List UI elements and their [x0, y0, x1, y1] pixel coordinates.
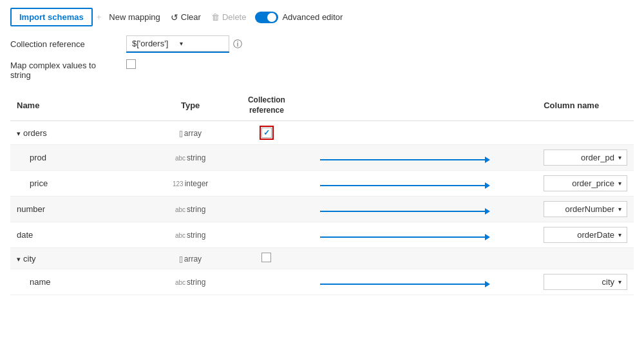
cell-column-name-number: orderNumber▾	[509, 197, 634, 222]
column-chevron-icon: ▾	[618, 206, 621, 213]
cell-ref-name	[232, 269, 301, 295]
column-chevron-icon: ▾	[618, 231, 621, 238]
info-icon[interactable]: ⓘ	[233, 39, 242, 50]
type-prefix-icon: abc	[175, 279, 185, 286]
collection-reference-label: Collection reference	[10, 39, 126, 49]
refresh-icon: ↺	[171, 12, 178, 23]
collection-reference-value: $['orders']	[132, 39, 176, 48]
type-prefix-icon: abc	[175, 206, 185, 213]
new-mapping-button[interactable]: New mapping	[105, 9, 164, 25]
arrow-line	[320, 284, 485, 285]
mapping-arrow	[320, 208, 490, 215]
column-chevron-icon: ▾	[618, 180, 621, 187]
clear-button[interactable]: ↺ Clear	[167, 9, 205, 26]
type-label: integer	[185, 179, 209, 188]
cell-name-orders: ▾orders	[10, 121, 149, 145]
cell-column-name-price: order_price▾	[509, 171, 634, 197]
cell-column-name-orders	[509, 121, 634, 145]
column-name-dropdown[interactable]: orderDate▾	[544, 227, 627, 243]
advanced-editor-label: Advanced editor	[282, 12, 343, 22]
cell-type-name: abcstring	[149, 269, 232, 295]
map-complex-row: Map complex values to string	[10, 59, 634, 80]
cell-ref-prod	[232, 145, 301, 171]
type-label: array	[184, 129, 202, 138]
cell-ref-orders: ✓	[232, 121, 301, 145]
arrow-line	[320, 211, 485, 212]
type-prefix-icon: 123	[173, 180, 184, 188]
column-name-dropdown[interactable]: order_price▾	[544, 175, 627, 191]
table-row: price123integerorder_price▾	[10, 171, 634, 197]
column-name-dropdown[interactable]: orderNumber▾	[544, 201, 627, 217]
collection-reference-select-wrap[interactable]: $['orders'] ▾	[126, 35, 229, 53]
column-name-value: order_price	[549, 178, 614, 188]
type-label: array	[184, 255, 202, 264]
cell-column-name-prod: order_pd▾	[509, 145, 634, 171]
expand-icon[interactable]: ▾	[17, 255, 21, 263]
cell-name-price: price	[10, 171, 149, 197]
cell-type-orders: []array	[149, 121, 232, 145]
collection-reference-dropdown[interactable]: $['orders'] ▾	[126, 35, 229, 52]
map-complex-checkbox[interactable]	[126, 59, 136, 69]
toolbar: Import schemas + New mapping ↺ Clear 🗑 D…	[10, 8, 634, 26]
cell-name-name: name	[10, 269, 149, 295]
column-name-value: order_pd	[549, 153, 614, 162]
type-label: string	[187, 153, 205, 162]
column-name-dropdown[interactable]: order_pd▾	[544, 149, 627, 166]
table-row: dateabcstringorderDate▾	[10, 222, 634, 248]
arrow-line	[320, 236, 485, 238]
advanced-editor-toggle-wrap[interactable]: Advanced editor	[255, 12, 343, 23]
row-name: name	[30, 277, 51, 287]
cell-arrow-name	[301, 269, 509, 295]
row-name: number	[17, 204, 45, 214]
cell-ref-number	[232, 197, 301, 222]
import-schemas-button[interactable]: Import schemas	[10, 8, 93, 26]
table-body: ▾orders[]array✓prodabcstringorder_pd▾pri…	[10, 121, 634, 295]
cell-arrow-number	[301, 197, 509, 222]
type-label: string	[187, 231, 205, 240]
cell-column-name-city	[509, 248, 634, 269]
column-chevron-icon: ▾	[618, 278, 621, 285]
col-header-column-name: Column name	[509, 90, 634, 121]
cell-name-prod: prod	[10, 145, 149, 171]
cell-type-price: 123integer	[149, 171, 232, 197]
checkbox-checked-wrap[interactable]: ✓	[260, 126, 274, 140]
arrow-line	[320, 185, 485, 186]
expand-icon[interactable]: ▾	[17, 130, 21, 137]
cell-ref-date	[232, 222, 301, 248]
toggle-thumb	[267, 13, 276, 22]
type-label: string	[187, 205, 205, 214]
delete-label: Delete	[222, 12, 247, 22]
cell-name-number: number	[10, 197, 149, 222]
row-name: date	[17, 230, 33, 240]
table-row: ▾city[]array	[10, 248, 634, 269]
separator-1: +	[97, 12, 102, 22]
delete-button[interactable]: 🗑 Delete	[207, 9, 251, 25]
mapping-arrow	[320, 234, 490, 240]
table-header-row: Name Type Collection reference Column na…	[10, 90, 634, 121]
cell-arrow-date	[301, 222, 509, 248]
collection-ref-checkbox-checked[interactable]: ✓	[261, 128, 272, 138]
collection-reference-row: Collection reference $['orders'] ▾ ⓘ	[10, 35, 634, 53]
cell-type-prod: abcstring	[149, 145, 232, 171]
table-row: nameabcstringcity▾	[10, 269, 634, 295]
arrowhead-icon	[485, 234, 490, 240]
arrowhead-icon	[485, 208, 490, 215]
table-row: prodabcstringorder_pd▾	[10, 145, 634, 171]
row-name: prod	[30, 153, 46, 162]
column-name-dropdown[interactable]: city▾	[544, 274, 627, 290]
cell-type-date: abcstring	[149, 222, 232, 248]
table-row: ▾orders[]array✓	[10, 121, 634, 145]
clear-label: Clear	[181, 12, 201, 22]
chevron-down-icon: ▾	[180, 40, 223, 47]
column-name-value: orderNumber	[549, 204, 614, 214]
table-row: numberabcstringorderNumber▾	[10, 197, 634, 222]
cell-ref-city	[232, 248, 301, 269]
advanced-editor-toggle[interactable]	[255, 12, 278, 23]
type-label: string	[187, 278, 205, 287]
cell-arrow-price	[301, 171, 509, 197]
collection-ref-checkbox-unchecked[interactable]	[261, 253, 271, 262]
cell-name-date: date	[10, 222, 149, 248]
delete-icon: 🗑	[211, 12, 220, 22]
cell-name-city: ▾city	[10, 248, 149, 269]
column-chevron-icon: ▾	[618, 154, 621, 161]
